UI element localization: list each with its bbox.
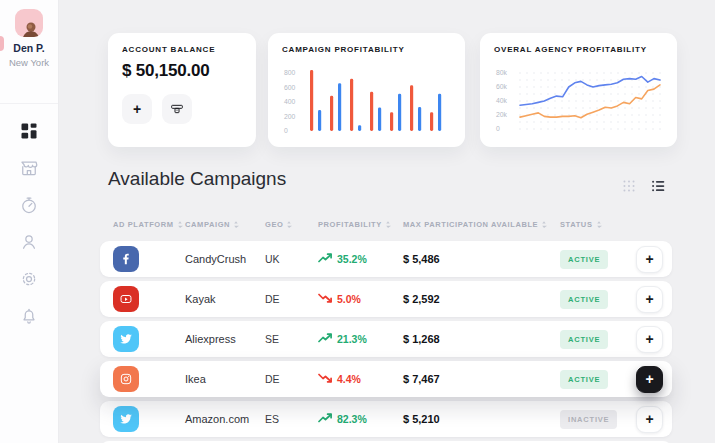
add-campaign-button[interactable]: + <box>636 406 663 433</box>
avatar[interactable] <box>15 9 43 37</box>
profitability-value: 35.2% <box>337 253 367 265</box>
max-participation-value: $ 7,467 <box>403 373 560 385</box>
add-campaign-button[interactable]: + <box>636 366 663 393</box>
sidebar: Den P. New York <box>0 0 59 443</box>
balance-amount: $ 50,150.00 <box>122 61 242 81</box>
column-label: AD PLATFORM <box>113 220 174 229</box>
trend-up-icon <box>318 333 332 345</box>
balance-card-title: ACCOUNT BALANCE <box>122 45 242 54</box>
svg-text:0: 0 <box>284 127 288 134</box>
svg-text:800: 800 <box>284 69 296 76</box>
youtube-icon <box>113 286 139 312</box>
campaign-name: Amazon.com <box>185 413 265 425</box>
sort-icon <box>385 220 391 229</box>
geo-value: ES <box>265 413 318 425</box>
sort-icon <box>541 220 547 229</box>
geo-value: UK <box>265 253 318 265</box>
campaign-profitability-chart: 0200400600800 <box>282 59 451 139</box>
svg-text:0: 0 <box>496 125 500 132</box>
sidebar-nav <box>0 112 58 334</box>
campaign-name: Kayak <box>185 293 265 305</box>
plus-icon: + <box>133 101 141 117</box>
column-header-max-participation-available[interactable]: MAX PARTICIPATION AVAILABLE <box>403 220 560 229</box>
profitability-cell: 82.3% <box>318 413 403 425</box>
platform-cell <box>100 326 185 352</box>
geo-value: SE <box>265 333 318 345</box>
campaign-name: CandyCrush <box>185 253 265 265</box>
table-header: AD PLATFORMCAMPAIGNGEOPROFITABILITYMAX P… <box>100 220 672 229</box>
profile-section: Den P. New York <box>0 9 58 104</box>
sort-icon <box>286 220 292 229</box>
profitability-value: 82.3% <box>337 413 367 425</box>
view-toggle <box>622 179 665 193</box>
svg-text:80k: 80k <box>496 69 508 76</box>
column-label: GEO <box>265 220 283 229</box>
column-label: STATUS <box>560 220 593 229</box>
sort-icon <box>177 220 183 229</box>
status-badge: INACTIVE <box>560 410 617 429</box>
sidebar-item-settings[interactable] <box>0 260 58 297</box>
facebook-icon <box>113 246 139 272</box>
profitability-cell: 21.3% <box>318 333 403 345</box>
sidebar-item-profile[interactable] <box>0 223 58 260</box>
profitability-cell: 5.0% <box>318 293 403 305</box>
campaign-profitability-card: CAMPAIGN PROFITABILITY 0200400600800 <box>268 33 465 147</box>
column-header-geo[interactable]: GEO <box>265 220 318 229</box>
status-badge: ACTIVE <box>560 290 608 309</box>
svg-text:20k: 20k <box>496 111 508 118</box>
column-header-status[interactable]: STATUS <box>560 220 636 229</box>
status-badge: ACTIVE <box>560 370 608 389</box>
sort-icon <box>233 220 239 229</box>
page-title: Available Campaigns <box>108 168 286 190</box>
sidebar-item-history[interactable] <box>0 186 58 223</box>
profitability-value: 4.4% <box>337 373 361 385</box>
max-participation-value: $ 2,592 <box>403 293 560 305</box>
profitability-value: 21.3% <box>337 333 367 345</box>
column-header-profitability[interactable]: PROFITABILITY <box>318 220 403 229</box>
add-funds-button[interactable]: + <box>122 94 152 124</box>
campaign-name: Aliexpress <box>185 333 265 345</box>
column-header-ad-platform[interactable]: AD PLATFORM <box>100 220 185 229</box>
geo-value: DE <box>265 373 318 385</box>
max-participation-value: $ 1,268 <box>403 333 560 345</box>
agency-profitability-card: OVERAL AGENCY PROFITABILITY 020k40k60k80… <box>480 33 677 147</box>
trend-up-icon <box>318 413 332 425</box>
svg-text:600: 600 <box>284 84 296 91</box>
sidebar-item-notifications[interactable] <box>0 297 58 334</box>
geo-value: DE <box>265 293 318 305</box>
trend-up-icon <box>318 253 332 265</box>
instagram-icon <box>113 366 139 392</box>
sidebar-accent-notch <box>0 36 4 51</box>
column-header-campaign[interactable]: CAMPAIGN <box>185 220 265 229</box>
user-location: New York <box>0 57 58 68</box>
platform-cell <box>100 246 185 272</box>
column-label: PROFITABILITY <box>318 220 382 229</box>
platform-cell <box>100 366 185 392</box>
table-row-kayak: Kayak DE 5.0% $ 2,592 ACTIVE + <box>100 281 672 317</box>
balance-actions: + <box>122 94 242 124</box>
grid-view-icon[interactable] <box>622 179 636 193</box>
max-participation-value: $ 5,486 <box>403 253 560 265</box>
trend-down-icon <box>318 293 332 305</box>
avatar-photo <box>19 21 39 37</box>
profitability-value: 5.0% <box>337 293 361 305</box>
sidebar-item-store[interactable] <box>0 149 58 186</box>
add-campaign-button[interactable]: + <box>636 326 663 353</box>
dashboard-app: Den P. New York ACCOUNT BALANCE $ 50,150… <box>0 0 715 443</box>
withdraw-button[interactable] <box>162 94 192 124</box>
svg-text:40k: 40k <box>496 97 508 104</box>
column-label: CAMPAIGN <box>185 220 230 229</box>
svg-text:400: 400 <box>284 98 296 105</box>
trend-down-icon <box>318 373 332 385</box>
sort-icon <box>596 220 602 229</box>
table-row-aliexpress: Aliexpress SE 21.3% $ 1,268 ACTIVE + <box>100 321 672 357</box>
platform-cell <box>100 406 185 432</box>
status-badge: ACTIVE <box>560 250 608 269</box>
account-balance-card: ACCOUNT BALANCE $ 50,150.00 + <box>108 33 256 147</box>
bar-chart-title: CAMPAIGN PROFITABILITY <box>282 45 451 54</box>
profitability-cell: 4.4% <box>318 373 403 385</box>
add-campaign-button[interactable]: + <box>636 286 663 313</box>
list-view-icon[interactable] <box>651 179 665 193</box>
sidebar-item-dashboard-active[interactable] <box>0 112 58 149</box>
add-campaign-button[interactable]: + <box>636 246 663 273</box>
